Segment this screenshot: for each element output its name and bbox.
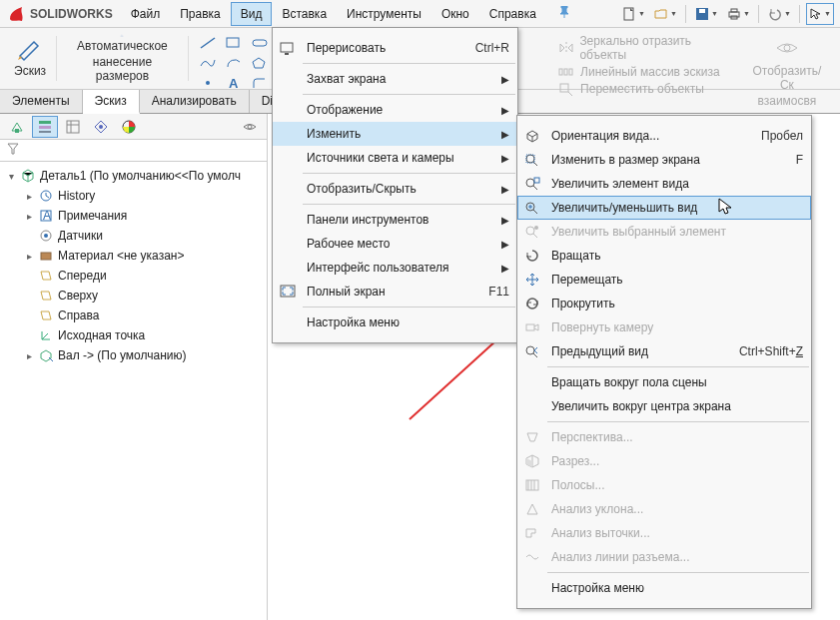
tab-sketch[interactable]: Эскиз [83, 90, 140, 114]
menu-tools[interactable]: Инструменты [337, 2, 431, 26]
panel-tab-assembly[interactable] [4, 116, 30, 138]
tree-item-history[interactable]: ▸ History [4, 186, 263, 206]
arc-tool-icon[interactable] [223, 54, 245, 72]
modify-menu-item-12: Перспектива... [517, 425, 811, 449]
tree-item-origin[interactable]: Исходная точка [4, 325, 263, 345]
modify-menu-item-16: Анализ выточки... [517, 521, 811, 545]
view-menu-item-10[interactable]: Настройка меню [273, 310, 517, 334]
hide-show-button[interactable] [237, 116, 263, 138]
svg-rect-31 [285, 53, 289, 55]
tree-item-label: History [58, 189, 95, 203]
tree-item-front-plane[interactable]: Спереди [4, 266, 263, 286]
menu-item-icon [521, 396, 543, 416]
svg-text:A: A [43, 209, 51, 223]
select-button[interactable]: ▼ [806, 3, 834, 25]
slot-tool-icon[interactable] [249, 34, 271, 52]
save-button[interactable]: ▼ [692, 3, 720, 25]
modify-menu-item-17: Анализ линии разъема... [517, 545, 811, 569]
menu-item-icon [521, 547, 543, 567]
menu-item-label: Отобразить/Скрыть [307, 182, 493, 196]
menu-item-label: Перспектива... [551, 430, 803, 444]
fillet-tool-icon[interactable] [249, 74, 271, 92]
menu-item-label: Предыдущий вид [551, 344, 731, 358]
menu-edit[interactable]: Правка [170, 2, 231, 26]
tree-root-row[interactable]: ▾ Деталь1 (По умолчанию<<По умолч [4, 166, 263, 186]
tree-item-label: Справа [58, 309, 99, 322]
tree-item-sensors[interactable]: Датчики [4, 226, 263, 246]
modify-submenu: Ориентация вида...ПробелИзменить в разме… [516, 115, 812, 609]
panel-tab-appearance[interactable] [116, 116, 142, 138]
view-menu-item-9[interactable]: Полный экранF11 [273, 280, 517, 304]
view-menu-item-2[interactable]: Отображение▶ [273, 98, 517, 122]
menu-item-icon [521, 372, 543, 392]
tab-evaluate[interactable]: Анализировать [140, 90, 250, 113]
submenu-arrow-icon: ▶ [501, 153, 509, 164]
ribbon-smartdim-button[interactable]: Автоматическое нанесение размеров [59, 32, 186, 85]
panel-tab-tree[interactable] [32, 116, 58, 138]
tree-item-top-plane[interactable]: Сверху [4, 286, 263, 306]
modify-menu-item-3[interactable]: Увеличить/уменьшить вид [517, 196, 811, 220]
tree-item-material[interactable]: ▸ Материал <не указан> [4, 246, 263, 266]
menu-item-icon [277, 38, 299, 58]
polygon-tool-icon[interactable] [249, 54, 271, 72]
tree-item-derived-part[interactable]: ▸ Вал -> (По умолчанию) [4, 345, 263, 365]
tree-item-label: Материал <не указан> [58, 249, 184, 263]
tree-expander[interactable]: ▾ [6, 171, 16, 182]
tree-item-right-plane[interactable]: Справа [4, 306, 263, 325]
view-menu-item-0[interactable]: ПерерисоватьCtrl+R [273, 36, 517, 60]
modify-menu-item-0[interactable]: Ориентация вида...Пробел [517, 124, 811, 148]
modify-menu-item-5[interactable]: Вращать [517, 244, 811, 268]
svg-rect-19 [39, 131, 51, 133]
pin-icon[interactable] [554, 2, 574, 25]
view-menu-item-7[interactable]: Рабочее место▶ [273, 232, 517, 256]
view-menu-item-1[interactable]: Захват экрана▶ [273, 67, 517, 91]
tree-expander[interactable]: ▸ [24, 350, 34, 361]
modify-menu-item-9[interactable]: Предыдущий видCtrl+Shift+Z [517, 339, 811, 363]
modify-menu-item-7[interactable]: Прокрутить [517, 292, 811, 315]
spline-tool-icon[interactable] [197, 54, 219, 72]
panel-tab-config[interactable] [88, 116, 114, 138]
modify-menu-item-6[interactable]: Перемещать [517, 268, 811, 292]
view-menu-item-4[interactable]: Источники света и камеры▶ [273, 146, 517, 170]
point-tool-icon[interactable] [197, 74, 219, 92]
view-menu-item-5[interactable]: Отобразить/Скрыть▶ [273, 177, 517, 201]
menu-item-label: Увеличить выбранный элемент [551, 225, 803, 239]
modify-menu-item-11[interactable]: Увеличить вокруг центра экрана [517, 394, 811, 418]
mirror-icon [558, 41, 573, 55]
rect-tool-icon[interactable] [223, 34, 245, 52]
menu-view[interactable]: Вид [231, 2, 273, 26]
view-menu-item-6[interactable]: Панели инструментов▶ [273, 208, 517, 232]
menu-file[interactable]: Файл [121, 2, 171, 26]
menu-separator [303, 94, 515, 95]
text-tool-icon[interactable]: A [223, 74, 245, 92]
line-tool-icon[interactable] [197, 34, 219, 52]
tree-expander[interactable]: ▸ [24, 191, 34, 202]
undo-button[interactable]: ▼ [765, 3, 793, 25]
svg-rect-6 [227, 38, 239, 47]
menu-insert[interactable]: Вставка [272, 2, 337, 26]
print-button[interactable]: ▼ [724, 3, 752, 25]
modify-menu-item-10[interactable]: Вращать вокруг пола сцены [517, 370, 811, 394]
ribbon-sketch-button[interactable]: Эскиз [6, 32, 54, 85]
tab-features[interactable]: Элементы [0, 90, 83, 113]
menu-item-label: Ориентация вида... [551, 129, 753, 143]
tree-filter-bar[interactable] [0, 140, 267, 162]
new-doc-button[interactable]: ▼ [619, 3, 647, 25]
svg-rect-7 [253, 40, 267, 46]
tree-expander[interactable]: ▸ [24, 251, 34, 262]
modify-menu-item-2[interactable]: Увеличить элемент вида [517, 172, 811, 196]
view-menu-item-8[interactable]: Интерфейс пользователя▶ [273, 256, 517, 280]
menu-item-label: Разрез... [551, 454, 803, 468]
menu-help[interactable]: Справка [479, 2, 546, 26]
panel-tab-property[interactable] [60, 116, 86, 138]
view-menu-item-3[interactable]: Изменить▶ [273, 122, 517, 146]
open-doc-button[interactable]: ▼ [651, 3, 679, 25]
tree-expander[interactable]: ▸ [24, 211, 34, 222]
modify-menu-item-18[interactable]: Настройка меню [517, 576, 811, 600]
menu-window[interactable]: Окно [431, 2, 479, 26]
menu-separator [303, 204, 515, 205]
tree-item-label: Вал -> (По умолчанию) [58, 348, 187, 362]
menu-item-label: Настройка меню [307, 315, 509, 329]
tree-item-annotations[interactable]: ▸ A Примечания [4, 206, 263, 226]
modify-menu-item-1[interactable]: Изменить в размер экранаF [517, 148, 811, 172]
